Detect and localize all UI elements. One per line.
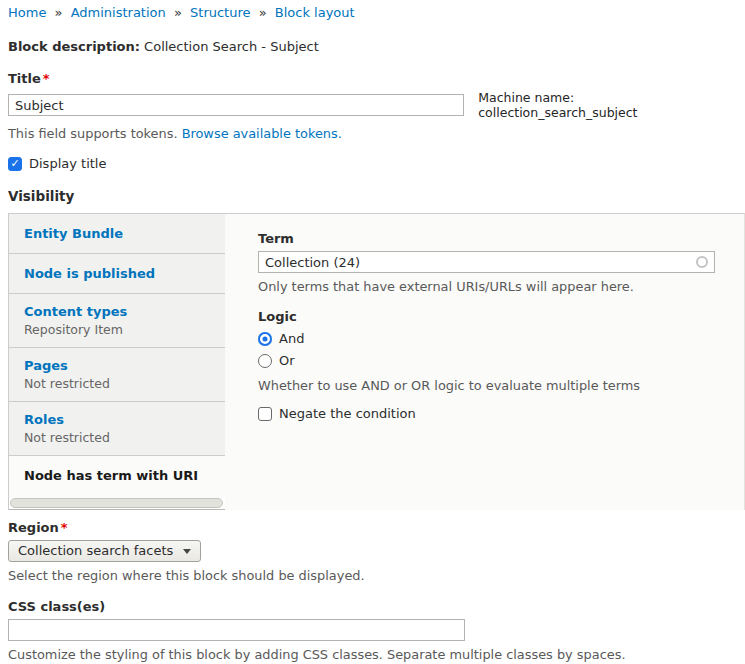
breadcrumb-separator: » [55,5,63,20]
term-description: Only terms that have external URIs/URLs … [258,279,715,294]
title-label-text: Title [8,71,41,86]
term-label: Term [258,231,715,247]
negate-condition-label[interactable]: Negate the condition [279,406,416,421]
tab-label[interactable]: Content types [24,303,215,320]
horizontal-scrollbar[interactable] [10,498,223,508]
radio-or-icon[interactable] [258,354,272,368]
breadcrumb-link-structure[interactable]: Structure [190,5,250,20]
visibility-tab-panel: Term Only terms that have external URIs/… [225,214,744,510]
radio-and-icon[interactable] [258,332,272,346]
title-help-text: This field supports tokens. Browse avail… [8,126,737,141]
display-title-label[interactable]: Display title [29,156,106,171]
tab-summary: Not restricted [24,430,215,445]
title-input[interactable] [8,94,464,116]
autocomplete-circle-icon [696,256,708,268]
title-label: Title* [8,71,737,87]
breadcrumb-link-administration[interactable]: Administration [71,5,166,20]
tab-content-types[interactable]: Content types Repository Item [9,294,225,348]
tab-summary: Not restricted [24,376,215,391]
logic-description: Whether to use AND or OR logic to evalua… [258,378,715,393]
tab-entity-bundle[interactable]: Entity Bundle [9,214,225,254]
block-description-value: Collection Search - Subject [144,39,319,54]
tab-node-has-term-with-uri[interactable]: Node has term with URI [9,456,225,495]
tab-label[interactable]: Pages [24,357,215,374]
tab-label[interactable]: Roles [24,411,215,428]
term-autocomplete-input[interactable] [258,251,715,273]
block-description-label: Block description: [8,39,140,54]
breadcrumb-link-home[interactable]: Home [8,5,46,20]
tab-label[interactable]: Entity Bundle [24,225,215,242]
tab-label[interactable]: Node has term with URI [24,467,215,484]
visibility-vertical-tabs: Entity Bundle Node is published Content … [8,213,745,510]
radio-or-label[interactable]: Or [279,353,295,368]
breadcrumb: Home » Administration » Structure » Bloc… [8,4,737,21]
breadcrumb-separator: » [259,5,267,20]
visibility-tab-list: Entity Bundle Node is published Content … [8,214,225,510]
logic-label: Logic [258,309,715,325]
region-selected-option[interactable]: Collection search facets [18,541,173,561]
negate-condition-checkbox[interactable] [258,407,272,421]
required-marker: * [43,71,50,86]
region-select[interactable]: Collection search facets [8,540,201,562]
css-classes-description: Customize the styling of this block by a… [8,647,737,662]
machine-name-text: Machine name: collection_search_subject [478,90,737,120]
tab-label[interactable]: Node is published [24,265,215,282]
block-description: Block description: Collection Search - S… [8,39,737,55]
radio-and-label[interactable]: And [279,331,304,346]
title-help-prefix: This field supports tokens. [8,126,182,141]
breadcrumb-link-block-layout[interactable]: Block layout [275,5,355,20]
logic-option-or[interactable]: Or [258,352,715,369]
region-label-text: Region [8,520,59,535]
block-config-page: Home » Administration » Structure » Bloc… [0,0,745,664]
css-classes-input[interactable] [8,619,465,641]
chevron-down-icon [183,549,191,554]
breadcrumb-separator: » [174,5,182,20]
display-title-row[interactable]: Display title [8,156,737,171]
required-marker: * [61,520,68,535]
region-label: Region* [8,520,737,536]
browse-tokens-link[interactable]: Browse available tokens. [182,126,342,141]
tab-summary: Repository Item [24,322,215,337]
logic-option-and[interactable]: And [258,330,715,347]
visibility-heading: Visibility [8,188,737,204]
tab-node-is-published[interactable]: Node is published [9,254,225,294]
display-title-checkbox[interactable] [8,157,22,171]
negate-condition-row[interactable]: Negate the condition [258,406,715,421]
css-classes-label: CSS class(es) [8,599,737,615]
tab-roles[interactable]: Roles Not restricted [9,402,225,456]
region-description: Select the region where this block shoul… [8,568,737,583]
tab-pages[interactable]: Pages Not restricted [9,348,225,402]
